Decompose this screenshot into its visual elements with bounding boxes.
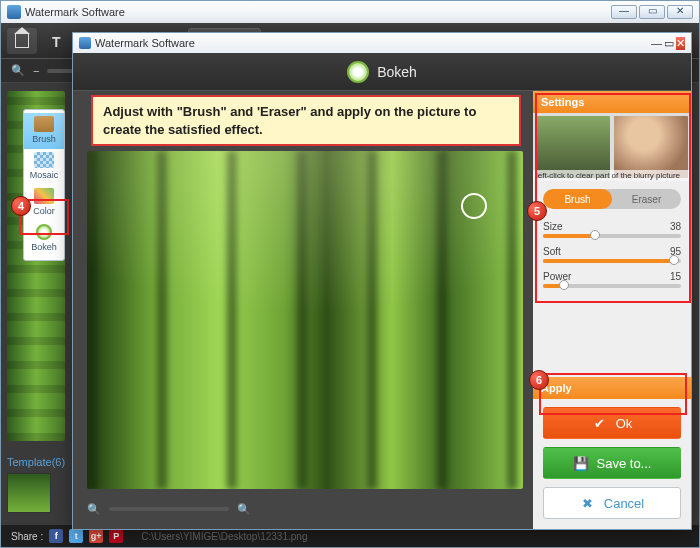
bokeh-icon — [36, 224, 52, 240]
ok-button[interactable]: ✔ Ok — [543, 407, 681, 439]
thumb-original[interactable] — [536, 116, 610, 178]
mosaic-icon — [34, 152, 54, 168]
brush-cursor — [461, 193, 487, 219]
slider-soft: Soft95 — [533, 242, 691, 267]
slider-label: Soft — [543, 246, 561, 257]
text-icon: T — [52, 34, 66, 48]
pinterest-icon[interactable]: P — [109, 529, 123, 543]
dialog-minimize-button[interactable]: — — [651, 37, 662, 50]
slider-track[interactable] — [543, 284, 681, 288]
thumb-hint: left-click to clear part of the blurry p… — [533, 170, 691, 181]
slider-size: Size38 — [533, 217, 691, 242]
dialog-titlebar: Watermark Software — ▭ ✕ — [73, 33, 691, 53]
dialog-header-title: Bokeh — [377, 64, 417, 80]
save-icon: 💾 — [573, 455, 589, 471]
app-icon — [79, 37, 91, 49]
slider-value: 15 — [670, 271, 681, 282]
preview-zoom-bar: 🔍 🔍 — [87, 497, 523, 521]
template-label[interactable]: Template(6) — [7, 456, 65, 468]
color-icon — [34, 188, 54, 204]
slider-track[interactable] — [543, 259, 681, 263]
zoom-in-icon[interactable]: 🔍 — [237, 503, 251, 516]
share-label: Share : — [11, 531, 43, 542]
home-icon — [15, 34, 29, 48]
minimize-button[interactable]: — — [611, 5, 637, 19]
zoom-out-icon[interactable]: 🔍 — [87, 503, 101, 516]
palette-brush[interactable]: Brush — [24, 113, 64, 149]
annotation-number-4: 4 — [11, 196, 31, 216]
annotation-number-5: 5 — [527, 201, 547, 221]
file-path: C:\Users\YIMIGE\Desktop\12331.png — [141, 531, 307, 542]
slider-track[interactable] — [543, 234, 681, 238]
dialog-maximize-button[interactable]: ▭ — [664, 37, 674, 50]
twitter-icon[interactable]: t — [69, 529, 83, 543]
palette-bokeh[interactable]: Bokeh — [24, 221, 64, 257]
template-thumbnail[interactable] — [7, 473, 51, 513]
slider-power: Power15 — [533, 267, 691, 292]
maximize-button[interactable]: ▭ — [639, 5, 665, 19]
thumb-effect[interactable] — [614, 116, 688, 178]
preview-pane: Adjust with "Brush" and 'Eraser" and app… — [73, 91, 533, 529]
brush-icon — [34, 116, 54, 132]
preview-zoom-slider[interactable] — [109, 507, 229, 511]
cancel-button[interactable]: ✖ Cancel — [543, 487, 681, 519]
apply-header: Apply — [533, 377, 691, 399]
cancel-icon: ✖ — [580, 495, 596, 511]
instruction-callout: Adjust with "Brush" and 'Eraser" and app… — [91, 95, 521, 146]
home-button[interactable] — [7, 28, 37, 54]
effect-palette: Brush Mosaic Color Bokeh — [23, 109, 65, 261]
bokeh-dialog: Watermark Software — ▭ ✕ Bokeh Adjust wi… — [72, 32, 692, 530]
dialog-title: Watermark Software — [95, 37, 195, 49]
toggle-brush[interactable]: Brush — [543, 189, 612, 209]
brush-eraser-toggle[interactable]: Brush Eraser — [543, 189, 681, 209]
preview-thumbnails: left-click to clear part of the blurry p… — [533, 113, 691, 181]
toggle-eraser[interactable]: Eraser — [612, 189, 681, 209]
annotation-number-6: 6 — [529, 370, 549, 390]
dialog-header: Bokeh — [73, 53, 691, 91]
facebook-icon[interactable]: f — [49, 529, 63, 543]
right-panel: Settings left-click to clear part of the… — [533, 91, 691, 529]
settings-header: Settings — [533, 91, 691, 113]
preview-image[interactable] — [87, 151, 523, 489]
slider-label: Size — [543, 221, 562, 232]
palette-mosaic[interactable]: Mosaic — [24, 149, 64, 185]
bokeh-icon — [347, 61, 369, 83]
main-titlebar: Watermark Software — ▭ ✕ — [1, 1, 699, 23]
save-button[interactable]: 💾 Save to... — [543, 447, 681, 479]
app-icon — [7, 5, 21, 19]
zoom-out-icon[interactable]: 🔍 — [11, 64, 25, 77]
dialog-close-button[interactable]: ✕ — [676, 37, 685, 50]
check-icon: ✔ — [592, 415, 608, 431]
main-title: Watermark Software — [25, 6, 125, 18]
googleplus-icon[interactable]: g+ — [89, 529, 103, 543]
close-button[interactable]: ✕ — [667, 5, 693, 19]
slider-value: 38 — [670, 221, 681, 232]
